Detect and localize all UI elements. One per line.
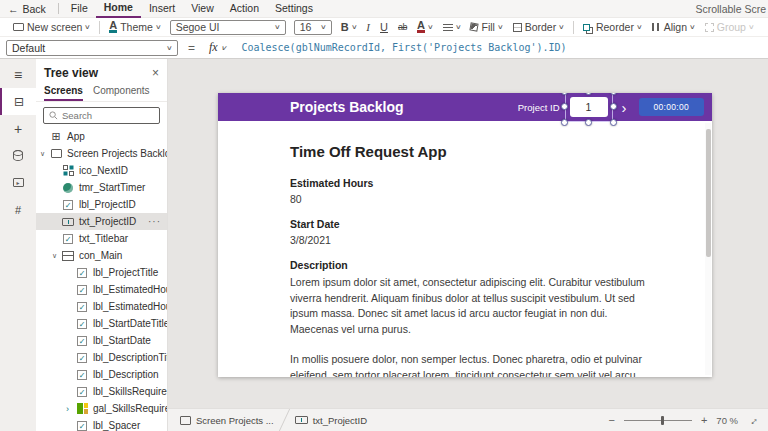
back-button[interactable]: ← Back bbox=[8, 3, 54, 15]
zoom-out-button[interactable]: − bbox=[608, 414, 614, 426]
tree-item-lbl_ProjectID[interactable]: ✓ lbl_ProjectID bbox=[36, 196, 167, 213]
canvas-artboard[interactable]: Projects Backlog Project ID 1 › 00:00:00 bbox=[218, 93, 712, 377]
reorder-button[interactable]: Reorder ∨ bbox=[578, 21, 647, 33]
selection-handle[interactable] bbox=[561, 103, 568, 110]
fit-to-window-icon[interactable]: ↔ bbox=[744, 412, 760, 428]
italic-button[interactable]: I bbox=[361, 21, 375, 33]
menu-item-insert[interactable]: Insert bbox=[141, 0, 183, 17]
breadcrumb-screen-tab[interactable]: Screen Projects ... bbox=[174, 415, 280, 426]
selection-handle[interactable] bbox=[585, 119, 592, 126]
selection-handle[interactable] bbox=[585, 93, 592, 95]
tree-item-lbl_ProjectTitle[interactable]: ✓ lbl_ProjectTitle bbox=[36, 264, 167, 281]
group-icon bbox=[705, 23, 714, 32]
selection-handle[interactable] bbox=[610, 93, 617, 95]
border-icon bbox=[513, 23, 522, 32]
font-color-button[interactable]: A ∨ bbox=[412, 21, 438, 33]
rail-insert-button[interactable]: + bbox=[0, 115, 36, 142]
selection-handle[interactable] bbox=[610, 103, 617, 110]
chevron-down-icon: ∨ bbox=[320, 23, 327, 31]
font-size-select[interactable]: 16 ∨ bbox=[294, 20, 332, 35]
tree-item-gal_SkillsRequired[interactable]: › gal_SkillsRequired bbox=[36, 400, 167, 417]
more-options-icon[interactable]: ··· bbox=[148, 216, 161, 227]
tree-item-txt_Titlebar[interactable]: ✓ txt_Titlebar bbox=[36, 230, 167, 247]
underline-button[interactable]: U bbox=[375, 21, 393, 33]
rail-tree-view-button[interactable]: ⊟ bbox=[0, 88, 36, 115]
menu-item-view[interactable]: View bbox=[183, 0, 222, 17]
project-id-label[interactable]: Project ID bbox=[518, 102, 560, 113]
chevron-down-icon[interactable]: ∨ bbox=[40, 150, 50, 158]
bold-button[interactable]: B ∨ bbox=[336, 21, 362, 33]
align-button[interactable]: Align ∨ bbox=[647, 21, 700, 33]
strikethrough-button[interactable]: ab bbox=[393, 22, 412, 32]
selection-handle[interactable] bbox=[561, 93, 568, 95]
fill-button[interactable]: Fill ∨ bbox=[465, 21, 507, 33]
tree-item-lbl_Spacer[interactable]: ✓ lbl_Spacer bbox=[36, 417, 167, 431]
fx-dropdown[interactable]: fx ∨ bbox=[203, 40, 231, 55]
timer-button[interactable]: 00:00:00 bbox=[639, 98, 705, 116]
tree-item-screen-projects-backlog[interactable]: ∨ Screen Projects Backlog bbox=[36, 145, 167, 162]
menu-item-settings[interactable]: Settings bbox=[267, 0, 321, 17]
property-select[interactable]: Default ∨ bbox=[6, 40, 178, 56]
selection-handle[interactable] bbox=[561, 119, 568, 126]
zoom-slider-thumb[interactable] bbox=[661, 416, 664, 425]
tree-item-lbl_Description[interactable]: ✓ lbl_Description bbox=[36, 366, 167, 383]
chevron-down-icon: ∨ bbox=[689, 23, 696, 31]
tree-item-lbl_DescriptionTitle[interactable]: ✓ lbl_DescriptionTitle bbox=[36, 349, 167, 366]
tab-screens[interactable]: Screens bbox=[44, 85, 83, 101]
tree-item-con_Main[interactable]: ∨ con_Main bbox=[36, 247, 167, 264]
font-family-select[interactable]: Segoe UI ∨ bbox=[170, 20, 286, 35]
start-date-value-label[interactable]: 3/8/2021 bbox=[290, 234, 648, 246]
rail-media-button[interactable]: ▸ bbox=[0, 169, 36, 196]
chevron-right-icon[interactable]: › bbox=[66, 404, 76, 414]
zoom-in-button[interactable]: + bbox=[701, 414, 707, 426]
tree-item-app[interactable]: ⊞ App bbox=[36, 128, 167, 145]
tab-components[interactable]: Components bbox=[93, 85, 150, 101]
screen-icon bbox=[180, 416, 191, 425]
description-paragraph-2[interactable]: In mollis posuere dolor, non semper lect… bbox=[290, 352, 648, 377]
tree-item-txt_ProjectID[interactable]: txt_ProjectID ··· bbox=[36, 213, 167, 230]
menu-item-file[interactable]: File bbox=[63, 0, 96, 17]
description-title-label[interactable]: Description bbox=[290, 259, 648, 271]
page-title-label[interactable]: Time Off Request App bbox=[290, 143, 648, 160]
menu-item-action[interactable]: Action bbox=[222, 0, 267, 17]
menu-item-home[interactable]: Home bbox=[96, 0, 141, 18]
chevron-down-icon[interactable]: ∨ bbox=[52, 252, 62, 260]
tree-item-tmr_StartTimer[interactable]: tmr_StartTimer bbox=[36, 179, 167, 196]
search-icon bbox=[49, 111, 58, 120]
tree-item-lbl_StartDate[interactable]: ✓ lbl_StartDate bbox=[36, 332, 167, 349]
group-button[interactable]: Group ∨ bbox=[700, 21, 759, 33]
tree-item-lbl_StartDateTitle[interactable]: ✓ lbl_StartDateTitle bbox=[36, 315, 167, 332]
text-align-button[interactable]: ∨ bbox=[438, 23, 466, 31]
search-input[interactable] bbox=[62, 110, 148, 121]
border-button[interactable]: Border ∨ bbox=[508, 21, 569, 33]
titlebar-label[interactable]: Projects Backlog bbox=[290, 99, 404, 115]
back-arrow-icon: ← bbox=[8, 3, 19, 15]
start-date-title-label[interactable]: Start Date bbox=[290, 218, 648, 230]
tree-item-lbl_SkillsRequiredTitle[interactable]: ✓ lbl_SkillsRequiredTitle bbox=[36, 383, 167, 400]
zoom-slider[interactable] bbox=[624, 420, 692, 421]
theme-button[interactable]: A Theme ∨ bbox=[104, 21, 165, 33]
next-record-chevron-icon[interactable]: › bbox=[622, 99, 627, 116]
label-icon: ✓ bbox=[77, 353, 87, 363]
project-id-input-selection: 1 bbox=[570, 97, 608, 117]
selection-handle[interactable] bbox=[610, 119, 617, 126]
canvas-scrollbar-thumb[interactable] bbox=[706, 129, 711, 257]
app-title-bar[interactable]: Projects Backlog Project ID 1 › 00:00:00 bbox=[218, 93, 712, 121]
formula-input[interactable]: Coalesce(gblNumRecordId, First('Projects… bbox=[241, 42, 566, 53]
tree-view-icon: ⊟ bbox=[14, 95, 24, 109]
tree-item-lbl_EstimatedHoursTitle[interactable]: ✓ lbl_EstimatedHoursTitle bbox=[36, 281, 167, 298]
rail-advanced-tools-button[interactable]: # bbox=[0, 196, 36, 223]
rail-data-button[interactable] bbox=[0, 142, 36, 169]
breadcrumb-control-tab[interactable]: txt_ProjectID bbox=[289, 415, 373, 426]
estimated-hours-title-label[interactable]: Estimated Hours bbox=[290, 177, 648, 189]
search-box[interactable] bbox=[43, 107, 160, 124]
close-icon[interactable]: × bbox=[152, 66, 159, 80]
description-paragraph-1[interactable]: Lorem ipsum dolor sit amet, consectetur … bbox=[290, 275, 648, 337]
tree-item-lbl_EstimatedHours[interactable]: ✓ lbl_EstimatedHours bbox=[36, 298, 167, 315]
rail-menu-button[interactable]: ≡ bbox=[0, 61, 36, 88]
project-id-input[interactable]: 1 bbox=[570, 97, 608, 117]
tree-view-panel: Tree view × Screens Components ⊞ App ∨ S… bbox=[36, 59, 168, 431]
estimated-hours-value-label[interactable]: 80 bbox=[290, 193, 648, 205]
new-screen-button[interactable]: New screen ∨ bbox=[8, 21, 95, 33]
tree-item-ico_NextID[interactable]: ico_NextID bbox=[36, 162, 167, 179]
